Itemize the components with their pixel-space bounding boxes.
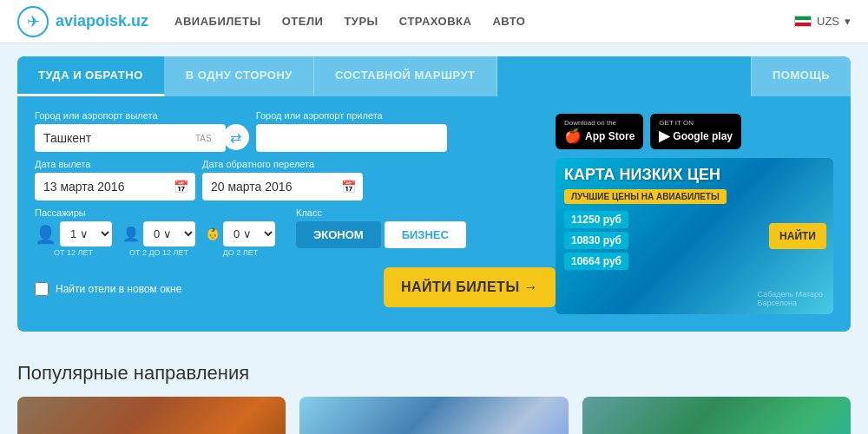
return-date-wrapper: 📅: [202, 173, 363, 201]
tab-help[interactable]: ПОМОЩЬ: [751, 56, 851, 96]
return-input[interactable]: [202, 173, 363, 201]
tab-complex[interactable]: СОСТАВНОЙ МАРШРУТ: [314, 56, 497, 96]
tab-one-way[interactable]: В ОДНУ СТОРОНУ: [165, 56, 314, 96]
apple-store-button[interactable]: Download on the 🍎 App Store: [556, 114, 643, 149]
dest-input[interactable]: [256, 124, 447, 152]
origin-label: Город или аэропорт вылета: [35, 110, 216, 121]
pax-class-row: Пассажиры 👤 1 ∨23 ОТ 12 ЛЕТ: [35, 207, 556, 257]
dest-field-group: Город или аэропорт прилета: [256, 110, 447, 152]
class-label: Класс: [296, 207, 466, 218]
popular-title: Популярные направления: [17, 362, 851, 385]
tashkent-image: [582, 397, 851, 434]
spb-image: [299, 397, 568, 434]
google-play-button[interactable]: GET IT ON ▶ Google play: [650, 114, 741, 149]
economy-button[interactable]: ЭКОНОМ: [296, 221, 381, 248]
app-store-buttons: Download on the 🍎 App Store GET IT ON ▶ …: [556, 114, 833, 149]
adult-pax-group: 👤 1 ∨23 ОТ 12 ЛЕТ: [35, 221, 112, 257]
apple-store-main: 🍎 App Store: [564, 128, 635, 144]
class-section: Класс ЭКОНОМ БИЗНЕС: [296, 207, 466, 248]
map-title: КАРТА НИЗКИХ ЦЕН: [564, 167, 825, 184]
search-box: ТУДА И ОБРАТНО В ОДНУ СТОРОНУ СОСТАВНОЙ …: [17, 56, 851, 332]
hotel-checkbox[interactable]: [35, 282, 49, 296]
header: ✈ aviapoisk.uz АВИАБИЛЕТЫ ОТЕЛИ ТУРЫ СТР…: [0, 0, 868, 43]
dest-label: Город или аэропорт прилета: [256, 110, 447, 121]
child-pax-group: 👤 0 ∨12 ОТ 2 ДО 12 ЛЕТ: [122, 221, 195, 257]
map-banner[interactable]: КАРТА НИЗКИХ ЦЕН ЛУЧШИЕ ЦЕНЫ НА АВИАБИЛЕ…: [556, 158, 833, 314]
passengers-section: Пассажиры 👤 1 ∨23 ОТ 12 ЛЕТ: [35, 207, 275, 257]
lang-label: UZS: [817, 15, 839, 28]
child-sub-label: ОТ 2 ДО 12 ЛЕТ: [129, 248, 188, 257]
return-calendar-icon[interactable]: 📅: [341, 180, 356, 194]
swap-button[interactable]: ⇄: [223, 124, 249, 150]
return-label: Дата обратного перелета: [202, 159, 363, 169]
popular-card-spb[interactable]: Санкт-Петербург Россия: [299, 397, 568, 434]
child-select[interactable]: 0 ∨12: [143, 221, 195, 247]
main-nav: АВИАБИЛЕТЫ ОТЕЛИ ТУРЫ СТРАХОВКА АВТО: [174, 15, 794, 28]
return-field-group: Дата обратного перелета 📅: [202, 159, 363, 201]
map-subtitle: ЛУЧШИЕ ЦЕНЫ НА АВИАБИЛЕТЫ: [564, 189, 727, 204]
flag-icon: [794, 16, 812, 27]
apple-store-label: App Store: [585, 130, 635, 142]
logo[interactable]: ✈ aviapoisk.uz: [17, 6, 148, 37]
dates-row: Дата вылета 📅 Дата обратного перелета 📅: [35, 159, 556, 201]
nav-flights[interactable]: АВИАБИЛЕТЫ: [174, 15, 261, 28]
nav-auto[interactable]: АВТО: [492, 15, 525, 28]
form-main: Город или аэропорт вылета TAS ⇄ Город ил…: [35, 110, 556, 314]
hotel-label: Найти отели в новом окне: [56, 283, 181, 295]
infant-control: 👶 0 ∨12: [206, 221, 275, 247]
popular-section: Популярные направления Москва Россия Сан…: [0, 345, 868, 434]
pax-label: Пассажиры: [35, 207, 275, 218]
google-play-top-label: GET IT ON: [659, 119, 694, 127]
nav-insurance[interactable]: СТРАХОВКА: [399, 15, 472, 28]
class-buttons: ЭКОНОМ БИЗНЕС: [296, 221, 466, 248]
logo-icon: ✈: [17, 6, 49, 37]
origin-field-group: Город или аэропорт вылета TAS: [35, 110, 216, 152]
price-tag-1: 11250 руб: [564, 211, 628, 228]
search-tabs: ТУДА И ОБРАТНО В ОДНУ СТОРОНУ СОСТАВНОЙ …: [17, 56, 851, 96]
depart-input[interactable]: [35, 173, 195, 201]
infant-icon: 👶: [206, 227, 220, 240]
adult-icon: 👤: [35, 224, 56, 245]
pax-controls: 👤 1 ∨23 ОТ 12 ЛЕТ 👤: [35, 221, 275, 257]
popular-card-moscow[interactable]: Москва Россия: [17, 397, 286, 434]
infant-pax-group: 👶 0 ∨12 ДО 2 ЛЕТ: [206, 221, 275, 257]
moscow-image: [17, 397, 286, 434]
depart-label: Дата вылета: [35, 159, 195, 169]
right-panel: Download on the 🍎 App Store GET IT ON ▶ …: [556, 110, 833, 314]
chevron-down-icon: ▾: [845, 15, 851, 28]
price-tag-3: 10664 руб: [564, 253, 628, 270]
child-icon: 👤: [122, 226, 140, 242]
language-selector[interactable]: UZS ▾: [794, 15, 851, 28]
infant-select[interactable]: 0 ∨12: [223, 221, 275, 247]
hotel-search-row: Найти отели в новом окне НАЙТИ БИЛЕТЫ →: [35, 267, 556, 307]
depart-date-wrapper: 📅: [35, 173, 195, 201]
adult-control: 👤 1 ∨23: [35, 221, 112, 247]
google-play-icon: ▶: [659, 128, 669, 144]
adult-select[interactable]: 1 ∨23: [60, 221, 112, 247]
calendar-icon[interactable]: 📅: [174, 180, 188, 194]
origin-input[interactable]: [35, 124, 226, 152]
apple-store-top-label: Download on the: [564, 119, 616, 127]
hotel-checkbox-group: Найти отели в новом окне: [35, 282, 181, 296]
adult-sub-label: ОТ 12 ЛЕТ: [54, 248, 93, 257]
search-button[interactable]: НАЙТИ БИЛЕТЫ →: [384, 267, 556, 307]
business-button[interactable]: БИЗНЕС: [385, 221, 466, 248]
price-tag-2: 10830 руб: [564, 232, 628, 249]
infant-sub-label: ДО 2 ЛЕТ: [223, 248, 259, 257]
main-content: ТУДА И ОБРАТНО В ОДНУ СТОРОНУ СОСТАВНОЙ …: [0, 43, 868, 345]
apple-icon: 🍎: [564, 128, 582, 144]
nav-hotels[interactable]: ОТЕЛИ: [282, 15, 324, 28]
map-decoration: Сабадель МатароБарселона: [758, 290, 823, 307]
popular-cards: Москва Россия Санкт-Петербург Россия Таш…: [17, 397, 851, 434]
google-play-main: ▶ Google play: [659, 128, 733, 144]
depart-field-group: Дата вылета 📅: [35, 159, 195, 201]
logo-text: aviapoisk.uz: [56, 12, 148, 30]
origin-dest-row: Город или аэропорт вылета TAS ⇄ Город ил…: [35, 110, 556, 152]
map-find-button[interactable]: НАЙТИ: [769, 223, 826, 249]
nav-tours[interactable]: ТУРЫ: [344, 15, 378, 28]
tab-round-trip[interactable]: ТУДА И ОБРАТНО: [17, 56, 165, 96]
child-control: 👤 0 ∨12: [122, 221, 195, 247]
search-form: Город или аэропорт вылета TAS ⇄ Город ил…: [17, 96, 851, 332]
popular-card-tashkent[interactable]: Ташкент Узбекистан: [582, 397, 851, 434]
google-play-label: Google play: [673, 130, 733, 142]
